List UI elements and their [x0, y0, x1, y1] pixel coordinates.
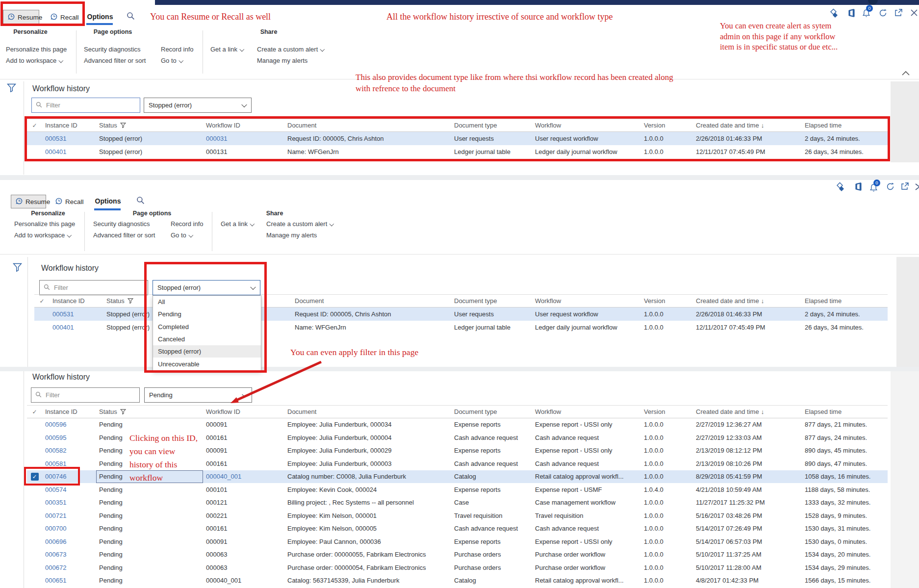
menu-item-get-a-link[interactable]: Get a link — [221, 220, 254, 228]
table-row[interactable]: 000401Stopped (error)000131Name: WFGenJr… — [27, 145, 888, 158]
column-header-workflow-id[interactable]: Workflow ID — [203, 408, 284, 415]
column-header-workflow[interactable]: Workflow — [532, 297, 641, 305]
page-filter-funnel-icon[interactable] — [13, 263, 22, 274]
tab-options[interactable]: Options — [85, 13, 115, 21]
menu-item-add-to-workspace[interactable]: Add to workspace — [6, 57, 63, 64]
table-row[interactable]: 000596Pending000091Employee: Julia Funde… — [27, 418, 888, 432]
instance-id-link[interactable]: 000401 — [50, 324, 103, 331]
column-header-workflow[interactable]: Workflow — [532, 122, 641, 129]
table-row[interactable]: 000351Pending000121Billing project: , Re… — [27, 496, 888, 510]
column-header-elapsed[interactable]: Elapsed time — [802, 408, 888, 415]
row-select-cell[interactable]: ✓ — [27, 473, 42, 481]
menu-item-personalize-this-page[interactable]: Personalize this page — [14, 220, 75, 228]
instance-id-link[interactable]: 000574 — [42, 486, 96, 493]
instance-id-link[interactable]: 000672 — [42, 564, 96, 571]
status-filter-select-open[interactable]: Stopped (error) — [153, 280, 260, 295]
dropdown-option[interactable]: Pending — [153, 308, 261, 320]
search-icon[interactable] — [127, 12, 135, 22]
select-all-checkmark-icon[interactable]: ✓ — [27, 408, 42, 415]
column-filter-icon[interactable] — [120, 123, 126, 128]
dynamics-diamond-icon[interactable] — [829, 8, 839, 21]
status-filter-select[interactable]: Stopped (error) — [144, 98, 252, 113]
menu-item-manage-my-alerts[interactable]: Manage my alerts — [257, 57, 307, 64]
menu-item-advanced-filter-sort[interactable]: Advanced filter or sort — [84, 57, 146, 64]
column-header-elapsed[interactable]: Elapsed time — [802, 297, 888, 305]
column-filter-icon[interactable] — [120, 409, 126, 414]
scrollbar-track[interactable] — [891, 371, 919, 588]
menu-item-add-to-workspace[interactable]: Add to workspace — [14, 231, 71, 239]
filter-input[interactable] — [45, 101, 136, 109]
column-header-instance-id[interactable]: Instance ID — [42, 408, 96, 415]
filter-input[interactable] — [53, 283, 144, 292]
dropdown-option[interactable]: Unrecoverable — [153, 358, 261, 370]
select-all-checkmark-icon[interactable]: ✓ — [34, 297, 50, 305]
column-header-workflow-id[interactable]: Workflow ID — [203, 122, 284, 129]
dropdown-option[interactable]: Canceled — [153, 333, 261, 345]
row-checkbox-checked[interactable]: ✓ — [31, 473, 39, 481]
menu-item-get-a-link[interactable]: Get a link — [210, 46, 243, 53]
search-icon[interactable] — [136, 196, 145, 206]
table-row[interactable]: 000721Pending000221Employee: Kim Nelson,… — [27, 509, 888, 522]
dynamics-diamond-icon[interactable] — [835, 182, 845, 194]
column-header-instance-id[interactable]: Instance ID — [42, 122, 96, 129]
scrollbar-track[interactable] — [891, 81, 919, 162]
menu-item-record-info[interactable]: Record info — [171, 220, 203, 228]
resume-button[interactable]: Resume — [3, 10, 39, 25]
refresh-icon[interactable] — [886, 182, 895, 193]
menu-item-create-custom-alert[interactable]: Create a custom alert — [266, 220, 333, 228]
menu-item-personalize-this-page[interactable]: Personalize this page — [6, 46, 67, 53]
column-header-instance-id[interactable]: Instance ID — [50, 297, 103, 305]
instance-id-link[interactable]: 000531 — [50, 310, 103, 318]
instance-id-link[interactable]: 000595 — [42, 434, 96, 441]
column-header-version[interactable]: Version — [641, 408, 693, 415]
menu-item-create-custom-alert[interactable]: Create a custom alert — [257, 46, 324, 53]
collapse-chevron-up-icon[interactable] — [901, 70, 910, 78]
column-filter-icon[interactable] — [128, 298, 133, 304]
column-header-document[interactable]: Document — [292, 297, 451, 305]
recall-button[interactable]: Recall — [51, 195, 83, 208]
column-header-created[interactable]: Created date and time↓ — [693, 408, 802, 415]
menu-item-record-info[interactable]: Record info — [161, 46, 193, 53]
filter-input[interactable] — [45, 391, 135, 399]
table-row[interactable]: 000673Pending000063Purchase order: 00000… — [27, 548, 888, 562]
dropdown-option[interactable]: Stopped (error) — [153, 345, 261, 358]
tab-options[interactable]: Options — [93, 197, 123, 205]
instance-id-link[interactable]: 000700 — [42, 525, 96, 532]
column-header-document-type[interactable]: Document type — [451, 297, 532, 305]
office-apps-icon[interactable] — [854, 182, 863, 193]
instance-id-link[interactable]: 000746 — [42, 473, 96, 480]
menu-item-security-diagnostics[interactable]: Security diagnostics — [84, 46, 141, 53]
refresh-icon[interactable] — [878, 8, 888, 20]
table-row[interactable]: 000700Pending000161Employee: Kim Nelson,… — [27, 522, 888, 536]
instance-id-link[interactable]: 000596 — [42, 421, 96, 428]
column-header-status[interactable]: Status — [96, 122, 203, 129]
instance-id-link[interactable]: 000696 — [42, 538, 96, 545]
chevron-right-icon[interactable] — [914, 183, 919, 193]
instance-id-link[interactable]: 000582 — [42, 447, 96, 454]
table-row[interactable]: 000651Pending000040_001Catalog: 56371453… — [27, 574, 888, 588]
close-icon[interactable] — [910, 9, 918, 19]
page-filter-funnel-icon[interactable] — [7, 83, 16, 94]
table-row[interactable]: 000531Stopped (error)000031Request ID: 0… — [27, 132, 888, 145]
column-header-workflow[interactable]: Workflow — [532, 408, 641, 415]
resume-button[interactable]: Resume — [11, 195, 46, 208]
workflow-id-cell[interactable]: 000040_001 — [203, 473, 284, 480]
column-header-created[interactable]: Created date and time↓ — [693, 122, 802, 129]
column-header-version[interactable]: Version — [641, 122, 693, 129]
column-header-status[interactable]: Status — [96, 408, 203, 415]
menu-item-go-to[interactable]: Go to — [161, 57, 182, 64]
table-row[interactable]: 000672Pending000063Purchase order: 00000… — [27, 561, 888, 574]
table-row[interactable]: 000574Pending000101Employee: Kevin Cook,… — [27, 483, 888, 496]
menu-item-advanced-filter-sort[interactable]: Advanced filter or sort — [93, 231, 155, 239]
select-all-checkmark-icon[interactable]: ✓ — [27, 122, 42, 129]
status-filter-select[interactable]: Pending — [144, 387, 252, 403]
instance-id-link[interactable]: 000721 — [42, 512, 96, 519]
instance-id-link[interactable]: 000531 — [42, 135, 96, 142]
column-header-document[interactable]: Document — [284, 122, 451, 129]
scrollbar-track[interactable] — [896, 257, 919, 367]
open-in-new-window-icon[interactable] — [900, 182, 909, 193]
column-header-document-type[interactable]: Document type — [451, 408, 532, 415]
column-header-document-type[interactable]: Document type — [451, 122, 532, 129]
instance-id-link[interactable]: 000351 — [42, 499, 96, 506]
column-header-elapsed[interactable]: Elapsed time — [802, 122, 888, 129]
